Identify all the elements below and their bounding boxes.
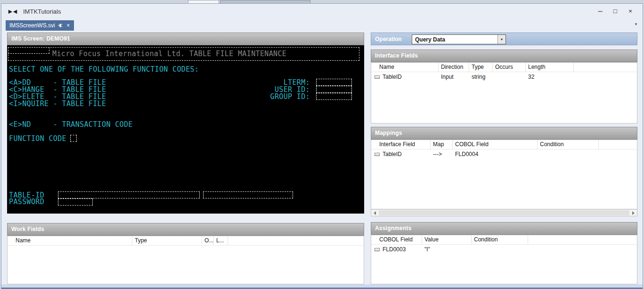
column-header-type[interactable]: Type — [132, 236, 202, 245]
work-fields-caption: Work Fields — [7, 223, 364, 236]
assignment-cobol-field: FLD0003 — [383, 245, 406, 254]
select-line: SELECT ONE OF THE FOLLOWING FUNCTION COD… — [9, 66, 199, 73]
tab-imsscreenws[interactable]: IMSScreenWS.svi × — [6, 20, 74, 31]
mapping-cobol-field: FLD0004 — [453, 149, 538, 159]
column-header-condition[interactable]: Condition — [472, 235, 528, 244]
interface-field-direction: Input — [439, 72, 469, 82]
column-header-direction[interactable]: Direction — [439, 63, 469, 72]
column-header-cobol-field[interactable]: COBOL Field — [453, 140, 538, 149]
column-header-length[interactable]: Length — [526, 63, 574, 72]
field-icon — [375, 248, 380, 251]
window-title: IMTKTutorials — [23, 8, 61, 15]
password-field[interactable] — [58, 198, 93, 206]
table-id-field[interactable] — [58, 191, 200, 198]
column-header-cobol-field[interactable]: COBOL Field — [371, 235, 422, 244]
interface-field-length: 32 — [526, 72, 574, 82]
background-tab-fragment — [220, 0, 310, 3]
interface-fields-caption: Interface Fields — [371, 50, 637, 62]
operation-selected-value: Query Data — [415, 36, 497, 43]
maximize-button[interactable]: □ — [608, 6, 623, 17]
scroll-left-icon[interactable] — [371, 210, 378, 216]
banner-field-outline-small — [8, 47, 49, 54]
ims-screen-caption: IMS Screen: DEMO91 — [7, 33, 364, 45]
visual-studio-logo-icon — [7, 8, 18, 16]
banner-text: Micro Focus International Ltd. TABLE FIL… — [52, 50, 286, 58]
scrollbar-thumb[interactable] — [379, 210, 629, 215]
interface-fields-grid: Name Direction Type Occurs Length TableI… — [371, 62, 637, 124]
group-id-label: GROUP ID: — [205, 93, 310, 100]
interface-field-row[interactable]: TableID Input string 32 — [371, 72, 637, 82]
field-icon — [375, 153, 380, 156]
tab-label: IMSScreenWS.svi — [9, 22, 55, 29]
column-header-occurs[interactable]: Occurs — [493, 63, 526, 72]
chevron-down-icon[interactable]: ▼ — [497, 35, 505, 44]
background-app-fragment — [0, 0, 644, 3]
mapping-arrow: ---> — [431, 149, 453, 159]
designer-surface: IMS Screen: DEMO91 Micro Focus Internati… — [1, 31, 643, 289]
group-id-field[interactable] — [316, 93, 352, 100]
assignment-row[interactable]: FLD0003 "I" — [371, 245, 637, 254]
work-fields-grid-header: Name Type O... L... — [8, 236, 364, 246]
screen-pane: IMS Screen: DEMO91 Micro Focus Internati… — [6, 31, 365, 289]
window-bottom-border — [1, 285, 643, 289]
function-code-inquire: <I>NQUIRE - TABLE FILE — [9, 100, 106, 107]
title-bar: IMTKTutorials ─ □ × — [1, 4, 643, 19]
mappings-grid: Interface Field Map COBOL Field Conditio… — [371, 140, 637, 209]
assignments-grid-header: COBOL Field Value Condition — [371, 235, 637, 245]
close-button[interactable]: × — [623, 6, 638, 17]
operation-label: Operation — [375, 36, 402, 42]
document-tab-bar: IMSScreenWS.svi × ▼ — [1, 19, 643, 31]
column-header-name[interactable]: Name — [371, 63, 439, 72]
tab-list-dropdown-icon[interactable]: ▼ — [634, 22, 638, 26]
table-id-field-2[interactable] — [203, 191, 293, 198]
field-icon — [375, 75, 380, 79]
properties-pane: Operation Query Data ▼ Interface Fields … — [370, 31, 638, 289]
operation-dropdown[interactable]: Query Data ▼ — [412, 34, 506, 44]
column-header-map[interactable]: Map — [431, 140, 453, 149]
column-header-value[interactable]: Value — [422, 235, 472, 244]
interface-fields-grid-header: Name Direction Type Occurs Length — [371, 63, 637, 72]
password-label: PASSWORD — [9, 198, 44, 206]
assignments-grid: COBOL Field Value Condition FLD0003 "I" — [371, 235, 637, 284]
interface-field-name: TableID — [383, 72, 402, 82]
column-header-type[interactable]: Type — [469, 63, 493, 72]
function-code-label: FUNCTION CODE — [9, 135, 66, 142]
column-header-name[interactable]: Name — [8, 236, 132, 245]
work-fields-grid: Name Type O... L... — [7, 236, 364, 284]
user-id-field[interactable] — [316, 86, 352, 93]
operation-bar: Operation Query Data ▼ — [371, 33, 637, 45]
column-header-occurs[interactable]: O... — [202, 236, 214, 245]
lterm-field[interactable] — [316, 79, 352, 86]
pin-icon[interactable] — [58, 23, 63, 28]
function-code-field[interactable] — [70, 135, 77, 142]
column-header-interface-field[interactable]: Interface Field — [371, 140, 431, 149]
app-window: IMTKTutorials ─ □ × IMSScreenWS.svi × ▼ — [1, 3, 643, 289]
assignments-caption: Assignments — [371, 222, 637, 235]
interface-field-type: string — [469, 72, 493, 82]
mapping-row[interactable]: TableID ---> FLD0004 — [371, 149, 637, 159]
horizontal-scrollbar[interactable] — [371, 209, 637, 216]
mappings-grid-header: Interface Field Map COBOL Field Conditio… — [371, 140, 637, 149]
tab-close-icon[interactable]: × — [65, 22, 71, 29]
mapping-interface-field: TableID — [383, 149, 402, 159]
column-header-length[interactable]: L... — [214, 236, 228, 245]
end-line: <E>ND - TRANSACTION CODE — [9, 121, 133, 128]
scroll-right-icon[interactable] — [630, 210, 637, 216]
column-header-condition[interactable]: Condition — [538, 140, 599, 149]
assignment-value: "I" — [422, 245, 472, 254]
background-tab-fragment — [188, 0, 219, 3]
minimize-button[interactable]: ─ — [593, 6, 608, 17]
mappings-caption: Mappings — [371, 127, 637, 140]
ims-terminal-screen[interactable]: Micro Focus International Ltd. TABLE FIL… — [7, 45, 364, 214]
